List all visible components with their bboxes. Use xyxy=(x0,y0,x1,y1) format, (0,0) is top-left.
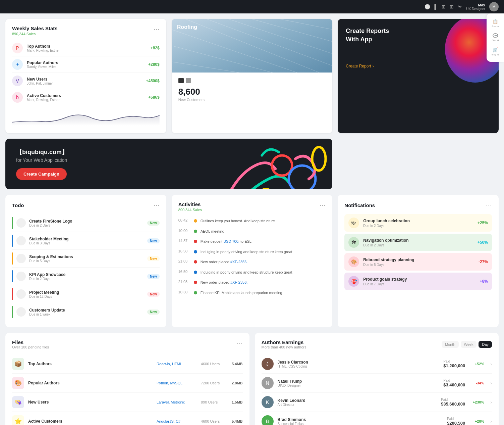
file-tech: ReactJs, HTML xyxy=(157,362,197,366)
activities-title: Activities xyxy=(178,201,202,207)
user-name: Max xyxy=(466,3,485,7)
activity-dot xyxy=(194,230,197,233)
prebu-icon: 📋 xyxy=(493,19,498,24)
weekly-sales-title: Weekly Sales Stats xyxy=(12,26,58,31)
file-icon: 🎨 xyxy=(12,377,24,389)
sidebar-peek-geth[interactable]: 💬 Get H xyxy=(489,32,501,44)
stats-item-popular-authors: ✈ Popular Authors Randy, Steve, Mike +28… xyxy=(12,56,160,73)
activity-link[interactable]: #XF-2356. xyxy=(230,280,247,284)
activity-dot xyxy=(194,291,197,294)
sidebar-peek-buyn[interactable]: 🛒 Buy N xyxy=(489,46,501,58)
todo-item-due: Due in 1 week xyxy=(29,313,144,316)
author-detail-arrow[interactable]: › xyxy=(490,361,492,367)
author-detail-arrow[interactable]: › xyxy=(490,419,492,424)
authors-list: J Jessie Clarcson HTML, CSS Coding Paid … xyxy=(262,355,492,425)
create-report-link[interactable]: Create Report › xyxy=(346,64,374,68)
weekly-sales-menu[interactable]: ⋯ xyxy=(154,26,160,33)
author-detail-arrow[interactable]: › xyxy=(490,399,492,405)
todo-bar-blue2 xyxy=(12,270,13,282)
tab-month[interactable]: Month xyxy=(442,341,459,348)
campaign-brand: 【biqubiqu.com】 xyxy=(16,148,68,156)
popular-authors-value: +280$ xyxy=(148,62,160,67)
decor-svg xyxy=(215,139,332,189)
earnings-tabs: Month Week Day xyxy=(442,341,492,348)
activity-link[interactable]: USD 700. xyxy=(223,239,239,243)
notification-item-navigation: 🗺 Navigation optimization Due in 2 Days … xyxy=(344,234,492,251)
todo-item-name: Project Meeting xyxy=(29,290,144,295)
activity-item: 21:03 New order placed #XF-2356. xyxy=(178,257,326,267)
activities-card: Activities 890,344 Sales ⋯ 08:42 Outline… xyxy=(172,195,333,327)
file-users: 4600 Users xyxy=(201,362,228,366)
file-users: 890 Users xyxy=(201,400,228,404)
notif-icon-lunch: 🍽 xyxy=(348,218,359,228)
notif-icon-nav: 🗺 xyxy=(348,237,359,248)
new-customers-label: New Customers xyxy=(178,98,326,102)
notif-title: Navigation optimization xyxy=(363,238,473,243)
todo-title: Todo xyxy=(12,202,24,208)
notif-title: Rebrand strategy planning xyxy=(363,257,474,262)
campaign-text: 【biqubiqu.com】 for Your Web Application … xyxy=(16,148,68,180)
todo-card: Todo ⋯ Create FireStone Logo Due in 2 Da… xyxy=(5,195,166,327)
author-item-natali: N Natali Trump UI/UX Designer Paid $3,40… xyxy=(262,374,492,393)
grid-icon[interactable]: ⊞ xyxy=(450,4,454,9)
author-role: HTML, CSS Coding xyxy=(278,365,440,368)
brightness-icon[interactable]: ☀ xyxy=(458,4,462,9)
todo-menu[interactable]: ⋯ xyxy=(154,201,160,209)
notification-item-lunch: 🍽 Group lunch celebration Due in 2 Days … xyxy=(344,214,492,232)
sales-sparkline xyxy=(12,105,160,126)
file-tech: AngularJS, C# xyxy=(157,419,197,423)
sidebar-peek: 📋 Prebu 💬 Get H 🛒 Buy N xyxy=(487,13,504,62)
file-users: 4600 Users xyxy=(201,419,228,423)
active-customers-sub: Mark, Rowling, Esther xyxy=(27,98,148,102)
author-avatar: N xyxy=(262,377,274,389)
activity-item: 10:00 AEOL meeting xyxy=(178,226,326,237)
search-icon[interactable]: ⚪ xyxy=(425,4,430,9)
top-authors-name: Top Authors xyxy=(27,44,151,49)
files-card: Files Over 100 pending files ⋯ 📦 Top Aut… xyxy=(5,333,249,425)
popular-authors-name: Popular Authors xyxy=(27,60,148,65)
todo-item-name: KPI App Showcase xyxy=(29,272,144,277)
reports-card: Create ReportsWith App Create Report › xyxy=(338,19,499,133)
tab-day[interactable]: Day xyxy=(479,341,492,348)
file-icon: 📦 xyxy=(12,358,24,370)
create-campaign-button[interactable]: Create Campaign xyxy=(16,168,67,180)
avatar[interactable]: M xyxy=(489,2,499,11)
todo-avatar xyxy=(16,236,26,245)
notif-sub: Due in 2 Days xyxy=(363,224,473,228)
author-name: Natali Trump xyxy=(278,379,440,384)
window-icon[interactable]: ⊞ xyxy=(442,4,446,9)
user-info: Max UX Designer xyxy=(466,3,485,11)
notif-sub: Due in 5 Days xyxy=(363,263,474,267)
tab-week[interactable]: Week xyxy=(461,341,477,348)
notifications-menu[interactable]: ⋯ xyxy=(486,201,492,209)
nc-icon-dark xyxy=(178,78,184,83)
files-menu[interactable]: ⋯ xyxy=(237,339,243,349)
sidebar-peek-prebu[interactable]: 📋 Prebu xyxy=(489,17,501,30)
activities-menu[interactable]: ⋯ xyxy=(320,201,326,209)
popular-authors-sub: Randy, Steve, Mike xyxy=(27,65,148,69)
new-users-icon: V xyxy=(12,76,23,86)
activities-list: 08:42 Outlines keep you honest. And keep… xyxy=(178,216,326,298)
todo-bar-yellow xyxy=(12,252,13,265)
geth-icon: 💬 xyxy=(493,33,498,38)
activity-link[interactable]: #XF-2356. xyxy=(230,260,247,264)
author-detail-arrow[interactable]: › xyxy=(490,380,492,386)
todo-item-scoping: Scoping & Estimations Due in 5 Days New xyxy=(12,250,160,268)
active-customers-icon: b xyxy=(12,92,23,103)
todo-item-due: Due in 12 Days xyxy=(29,295,144,298)
active-customers-name: Active Customers xyxy=(27,93,148,98)
campaign-desc: for Your Web Application xyxy=(16,157,68,163)
top-authors-sub: Mark, Rowling, Esther xyxy=(27,49,151,52)
todo-avatar xyxy=(16,289,26,299)
file-name: Popular Authors xyxy=(28,381,153,385)
todo-item-name: Customers Update xyxy=(29,308,144,313)
topbar: ⚪ ▌ ⊞ ⊞ ☀ Max UX Designer M xyxy=(0,0,504,13)
file-tech: Laravel, Metronic xyxy=(157,400,197,404)
notifications-card: Notifications ⋯ 🍽 Group lunch celebratio… xyxy=(338,195,499,327)
dashboard-row3: Files Over 100 pending files ⋯ 📦 Top Aut… xyxy=(0,333,504,425)
author-change: +28% xyxy=(469,419,484,423)
authors-earnings-card: Authors Earnings More than 400 new autho… xyxy=(255,333,499,425)
todo-item-due: Due in 5 Days xyxy=(29,259,144,263)
file-name: New Users xyxy=(28,400,153,405)
campaign-decoration xyxy=(215,139,332,189)
